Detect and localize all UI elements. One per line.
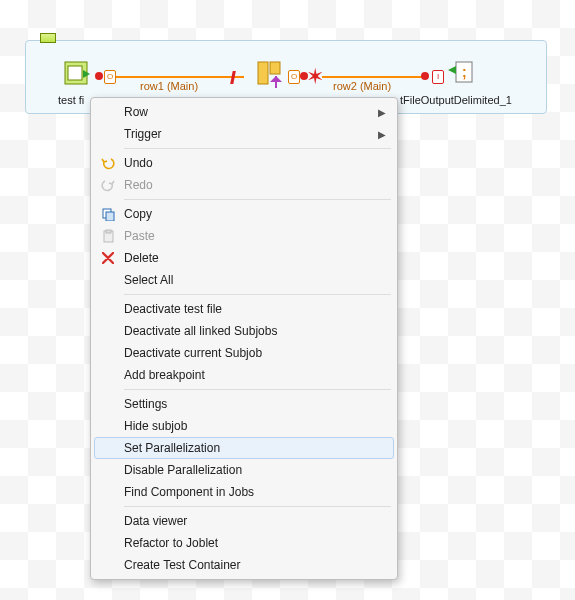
component-label: test fi — [58, 94, 84, 106]
paste-icon — [99, 227, 117, 245]
menu-add-breakpoint[interactable]: Add breakpoint — [94, 364, 394, 386]
menu-label: Set Parallelization — [124, 441, 220, 455]
menu-settings[interactable]: Settings — [94, 393, 394, 415]
menu-undo[interactable]: Undo — [94, 152, 394, 174]
menu-label: Data viewer — [124, 514, 187, 528]
row1-connection[interactable] — [116, 76, 244, 78]
connection-start-dot — [95, 72, 103, 80]
menu-select-all[interactable]: Select All — [94, 269, 394, 291]
menu-label: Paste — [124, 229, 155, 243]
menu-find-component[interactable]: Find Component in Jobs — [94, 481, 394, 503]
menu-trigger[interactable]: Trigger ▶ — [94, 123, 394, 145]
tmap-component[interactable] — [256, 60, 284, 88]
menu-separator — [124, 294, 391, 295]
menu-hide-subjob[interactable]: Hide subjob — [94, 415, 394, 437]
output-port[interactable]: O — [104, 70, 116, 84]
menu-label: Select All — [124, 273, 173, 287]
svg-text:;: ; — [462, 64, 467, 80]
menu-label: Delete — [124, 251, 159, 265]
menu-label: Deactivate current Subjob — [124, 346, 262, 360]
menu-set-parallelization[interactable]: Set Parallelization — [94, 437, 394, 459]
file-input-component[interactable] — [63, 60, 91, 88]
menu-redo: Redo — [94, 174, 394, 196]
input-port[interactable]: I — [432, 70, 444, 84]
menu-label: Undo — [124, 156, 153, 170]
menu-label: Hide subjob — [124, 419, 187, 433]
svg-rect-3 — [270, 62, 280, 74]
submenu-arrow-icon: ▶ — [378, 107, 386, 118]
connection-label: row1 (Main) — [140, 80, 198, 92]
menu-separator — [124, 148, 391, 149]
menu-deactivate-current[interactable]: Deactivate current Subjob — [94, 342, 394, 364]
menu-deactivate-linked[interactable]: Deactivate all linked Subjobs — [94, 320, 394, 342]
subjob-collapse-handle[interactable] — [40, 33, 56, 43]
connection-end-dot — [421, 72, 429, 80]
menu-label: Find Component in Jobs — [124, 485, 254, 499]
svg-rect-2 — [258, 62, 268, 84]
component-label: tFileOutputDelimited_1 — [400, 94, 512, 106]
menu-disable-parallelization[interactable]: Disable Parallelization — [94, 459, 394, 481]
connection-label: row2 (Main) — [333, 80, 391, 92]
output-port[interactable]: O — [288, 70, 300, 84]
parallel-marker-icon: // — [230, 68, 232, 89]
redo-icon — [99, 176, 117, 194]
menu-label: Copy — [124, 207, 152, 221]
menu-create-test-container[interactable]: Create Test Container — [94, 554, 394, 576]
menu-data-viewer[interactable]: Data viewer — [94, 510, 394, 532]
menu-separator — [124, 389, 391, 390]
menu-label: Trigger — [124, 127, 162, 141]
menu-label: Row — [124, 105, 148, 119]
svg-rect-1 — [68, 66, 82, 80]
menu-label: Add breakpoint — [124, 368, 205, 382]
menu-refactor-joblet[interactable]: Refactor to Joblet — [94, 532, 394, 554]
svg-rect-7 — [106, 212, 114, 221]
menu-label: Settings — [124, 397, 167, 411]
menu-label: Deactivate all linked Subjobs — [124, 324, 277, 338]
undo-icon — [99, 154, 117, 172]
svg-rect-9 — [106, 230, 111, 233]
menu-paste: Paste — [94, 225, 394, 247]
file-output-component[interactable]: ; — [448, 60, 476, 88]
menu-separator — [124, 506, 391, 507]
menu-label: Refactor to Joblet — [124, 536, 218, 550]
menu-deactivate-testfile[interactable]: Deactivate test file — [94, 298, 394, 320]
menu-row[interactable]: Row ▶ — [94, 101, 394, 123]
menu-separator — [124, 199, 391, 200]
menu-label: Create Test Container — [124, 558, 241, 572]
menu-delete[interactable]: Delete — [94, 247, 394, 269]
menu-copy[interactable]: Copy — [94, 203, 394, 225]
menu-label: Disable Parallelization — [124, 463, 242, 477]
copy-icon — [99, 205, 117, 223]
menu-label: Deactivate test file — [124, 302, 222, 316]
menu-label: Redo — [124, 178, 153, 192]
delete-icon — [99, 249, 117, 267]
submenu-arrow-icon: ▶ — [378, 129, 386, 140]
row2-connection[interactable] — [322, 76, 422, 78]
context-menu: Row ▶ Trigger ▶ Undo Redo Copy Paste De — [90, 97, 398, 580]
